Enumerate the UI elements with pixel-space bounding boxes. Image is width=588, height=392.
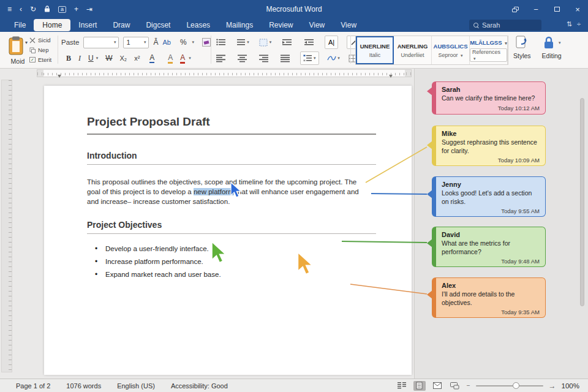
document-title: Project Proposal Draft — [87, 115, 376, 135]
intro-heading: Introduction — [87, 151, 376, 165]
ribbon-tab-bar: File Home Insert Draw Digcset Leases Mai… — [0, 18, 588, 32]
style-card-heading2[interactable]: MLĀLLGSS ▾ References ▾ — [470, 36, 508, 64]
font-color-button[interactable]: A — [180, 53, 185, 64]
maximize-button[interactable] — [546, 0, 567, 18]
zoom-slider-thumb[interactable] — [513, 382, 519, 389]
list-item: Develop a user-friendly interface. — [87, 245, 376, 252]
strikethrough-button[interactable]: W — [105, 54, 112, 62]
checkbox-icon: ✓ — [29, 57, 36, 62]
ribbon: ▾ Moid Sicid Nep ✓ Eterit Paste — [0, 32, 588, 69]
highlight-button[interactable]: A — [168, 53, 173, 64]
zoom-in-icon[interactable]: → — [549, 382, 556, 390]
styles-pane-button[interactable]: Styles — [513, 36, 531, 59]
search-value: Sarah — [482, 21, 500, 29]
focus-mode-icon[interactable] — [449, 381, 461, 391]
tab-insert[interactable]: Insert — [70, 20, 105, 31]
language-indicator[interactable]: English (US) — [117, 382, 155, 390]
tab-design[interactable]: Digcset — [138, 20, 178, 31]
comment-card-mike[interactable]: Mike Suggest rephrasing this sentence fo… — [432, 126, 546, 166]
subscript-button[interactable]: X₂ — [120, 55, 127, 62]
comment-card-david[interactable]: David What are the metrics for performan… — [432, 227, 546, 267]
search-icon — [473, 23, 479, 28]
style-card-normal[interactable]: UNERLINE Italic — [356, 36, 394, 64]
print-layout-icon[interactable] — [413, 381, 426, 391]
cut-button[interactable]: Sicid — [29, 37, 51, 43]
tab-view[interactable]: View — [301, 20, 333, 31]
tab-mailings[interactable]: Mailings — [218, 20, 261, 31]
comment-card-alex[interactable]: Alex I'll add more details to the object… — [432, 277, 546, 318]
zoom-level[interactable]: 100% — [562, 382, 579, 390]
selected-text[interactable]: new platform — [194, 188, 234, 195]
spacing-options-icon[interactable]: ▾ — [327, 51, 341, 65]
options-icon[interactable]: ÷ — [577, 20, 581, 28]
tab-view-2[interactable]: View — [333, 20, 364, 31]
horizontal-ruler[interactable] — [37, 69, 412, 77]
web-layout-icon[interactable] — [431, 381, 443, 391]
tab-file[interactable]: File — [6, 20, 34, 31]
tab-layout[interactable]: Leases — [178, 20, 218, 31]
comments-panel: Sarah Can we clarify the timeline here? … — [414, 69, 588, 379]
numbered-list-icon[interactable]: ▾ — [300, 51, 319, 65]
styles-label: Styles — [513, 52, 531, 59]
change-case-button[interactable]: Ā — [153, 38, 158, 47]
style-card-heading1[interactable]: AUBSGLICS Seproor ▾ — [432, 36, 470, 64]
zoom-out-icon[interactable]: − — [467, 382, 470, 389]
comment-card-jenny[interactable]: Jenny Looks good! Let's add a section on… — [432, 176, 546, 217]
comment-card-sarah[interactable]: Sarah Can we clarify the timeline here? … — [432, 81, 546, 115]
zoom-slider[interactable] — [476, 385, 543, 386]
intro-paragraph: This proposal outlines the objectives, s… — [87, 177, 376, 206]
objectives-heading: Project Objectives — [87, 220, 376, 234]
comments-scrollbar[interactable] — [580, 98, 584, 306]
shading-icon[interactable] — [202, 38, 211, 47]
italic-button[interactable]: I — [78, 54, 81, 63]
copy-button[interactable]: Nep — [29, 47, 48, 53]
sort-icon[interactable]: A| — [325, 36, 338, 49]
word-app-window: ≡ ‹ ↻ a + ⇥ Mecrosufut Word − × File Hom… — [0, 0, 588, 392]
tab-review[interactable]: Review — [261, 20, 301, 31]
layout-switch-icon[interactable] — [505, 0, 526, 18]
list-item: Increase platform performance. — [87, 258, 376, 265]
percent-style-button[interactable]: % — [180, 38, 187, 47]
line-spacing-icon[interactable]: ▾ — [236, 36, 250, 49]
styles-gallery: UNERLINE Italic ANERLING Underliiet AUBS… — [355, 36, 508, 65]
tab-draw[interactable]: Draw — [105, 20, 138, 31]
increase-indent-icon[interactable] — [303, 36, 316, 49]
text-effects-button[interactable]: A — [149, 53, 154, 63]
font-group: Paste ▾ 1 ▾ Ā Ab % ▾ B I U ▾ — [61, 34, 211, 66]
minimize-button[interactable]: − — [526, 0, 546, 18]
chevron-down-icon: ▾ — [189, 56, 191, 61]
align-left-icon[interactable] — [214, 51, 228, 65]
bold-button[interactable]: B — [66, 54, 71, 63]
objectives-list: Develop a user-friendly interface. Incre… — [87, 245, 376, 278]
bullet-list-icon[interactable] — [214, 36, 228, 49]
chevron-down-icon: ▾ — [192, 40, 195, 45]
font-name-select[interactable]: ▾ — [83, 37, 119, 48]
editing-button[interactable]: ▾ Editing — [542, 36, 562, 59]
superscript-button[interactable]: x² — [134, 55, 140, 62]
share-icon[interactable]: ⇅ — [567, 20, 572, 28]
decrease-indent-icon[interactable] — [281, 36, 294, 49]
chevron-down-icon: ▾ — [114, 40, 116, 45]
paste-icon[interactable]: ▾ — [7, 36, 26, 55]
clear-formatting-button[interactable]: Ab — [162, 39, 170, 46]
align-right-icon[interactable] — [257, 51, 271, 65]
vertical-ruler[interactable] — [1, 80, 12, 372]
word-count[interactable]: 1076 words — [66, 382, 101, 390]
tab-home[interactable]: Home — [34, 19, 70, 31]
paragraph-group: ▾ ▾ A| — [214, 34, 362, 66]
format-painter-button[interactable]: ✓ Eterit — [29, 56, 51, 63]
underline-button[interactable]: U — [88, 54, 94, 62]
close-button[interactable]: × — [567, 0, 588, 18]
page-indicator[interactable]: Page 1 of 2 — [16, 382, 50, 390]
search-input[interactable]: Sarah — [469, 20, 541, 31]
align-center-icon[interactable] — [236, 51, 249, 65]
chevron-down-icon: ▾ — [559, 40, 561, 45]
style-card-no-spacing[interactable]: ANERLING Underliiet — [394, 36, 432, 64]
font-size-select[interactable]: 1 ▾ — [123, 37, 149, 48]
accessibility-status[interactable]: Accessibility: Good — [171, 382, 228, 390]
justify-icon[interactable] — [279, 51, 292, 65]
document-page[interactable]: Project Proposal Draft Introduction This… — [44, 86, 412, 375]
svg-text:▾: ▾ — [25, 40, 28, 45]
borders-icon[interactable]: ▾ — [258, 36, 272, 49]
read-mode-icon[interactable] — [396, 381, 408, 391]
